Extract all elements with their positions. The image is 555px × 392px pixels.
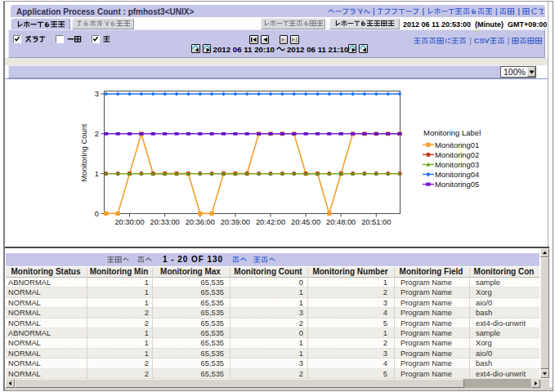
svg-text:20:42:00: 20:42:00 <box>256 218 285 226</box>
svg-text:20:51:00: 20:51:00 <box>361 218 391 226</box>
svg-text:20:45:00: 20:45:00 <box>291 218 320 226</box>
svg-text:20:48:00: 20:48:00 <box>326 218 356 226</box>
svg-text:Monitoring Count: Monitoring Count <box>80 123 88 181</box>
svg-text:Monitoring02: Monitoring02 <box>435 150 479 159</box>
svg-text:20:30:00: 20:30:00 <box>114 218 144 226</box>
svg-text:2: 2 <box>95 130 99 138</box>
svg-text:Monitoring01: Monitoring01 <box>435 140 479 149</box>
svg-text:Monitoring05: Monitoring05 <box>435 180 479 189</box>
svg-text:20:33:00: 20:33:00 <box>150 218 180 226</box>
svg-text:20:39:00: 20:39:00 <box>221 218 250 226</box>
svg-text:Monitoring04: Monitoring04 <box>435 170 479 179</box>
svg-text:Monitoring03: Monitoring03 <box>435 160 479 169</box>
svg-text:3: 3 <box>95 90 99 98</box>
svg-text:Monitoring Label: Monitoring Label <box>423 128 481 137</box>
svg-text:20:36:00: 20:36:00 <box>186 218 215 226</box>
svg-text:0: 0 <box>95 210 99 218</box>
svg-text:1: 1 <box>95 170 99 178</box>
